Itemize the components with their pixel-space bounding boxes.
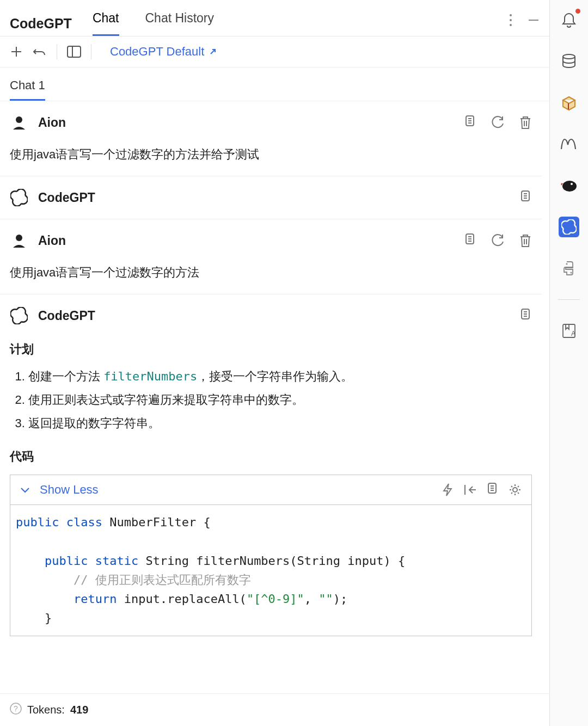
plan-list: 创建一个方法 filterNumbers，接受一个字符串作为输入。 使用正则表达… — [10, 367, 532, 432]
bird-icon[interactable] — [559, 175, 579, 196]
python-icon[interactable] — [559, 258, 579, 279]
message-text: 使用java语言写一个过滤数字的方法并给予测试 — [10, 145, 532, 164]
tab-chat[interactable]: Chat — [93, 11, 119, 36]
list-item: 返回提取的数字字符串。 — [28, 414, 532, 432]
delete-icon[interactable] — [519, 233, 532, 248]
insert-left-icon[interactable] — [463, 484, 476, 496]
copy-code-icon[interactable] — [486, 483, 499, 497]
svg-point-2 — [510, 24, 512, 26]
delete-icon[interactable] — [519, 115, 532, 130]
assistant-avatar-icon — [10, 306, 28, 325]
token-footer: ? Tokens: 419 — [0, 693, 549, 726]
copy-icon[interactable] — [463, 233, 476, 248]
assistant-message: CodeGPT 计划 创建一个方法 filterNumbers，接受一个字符串作… — [0, 294, 542, 648]
svg-point-36 — [566, 263, 568, 265]
code-toolbar: Show Less — [10, 475, 531, 505]
user-avatar-icon — [10, 231, 28, 250]
message-author: Aion — [38, 233, 454, 248]
help-icon[interactable]: ? — [10, 703, 22, 717]
svg-point-17 — [16, 235, 22, 241]
tab-chat-history[interactable]: Chat History — [145, 11, 215, 36]
user-avatar-icon — [10, 113, 28, 132]
svg-text:?: ? — [14, 704, 18, 713]
tokens-value: 419 — [70, 704, 88, 716]
chat-tabs: Chat 1 — [0, 67, 549, 101]
panel-icon[interactable] — [67, 46, 81, 58]
message-author: CodeGPT — [38, 309, 509, 323]
top-tabs: Chat Chat History — [93, 11, 509, 36]
svg-point-8 — [16, 116, 22, 123]
toolbar: CodeGPT Default — [0, 36, 549, 67]
list-item: 创建一个方法 filterNumbers，接受一个字符串作为输入。 — [28, 367, 532, 385]
svg-rect-6 — [68, 46, 81, 57]
new-chat-icon[interactable] — [10, 45, 23, 58]
more-icon[interactable] — [509, 14, 512, 27]
code-heading: 代码 — [10, 448, 532, 465]
show-less-toggle[interactable]: Show Less — [40, 483, 99, 497]
code-content: public class NumberFilter { public stati… — [10, 505, 531, 635]
box-icon[interactable] — [559, 93, 579, 113]
m-icon[interactable] — [559, 134, 579, 155]
model-selector[interactable]: CodeGPT Default — [110, 45, 217, 59]
svg-point-34 — [562, 181, 577, 192]
gear-icon[interactable] — [509, 483, 522, 496]
plan-heading: 计划 — [10, 341, 532, 358]
database-icon[interactable] — [559, 51, 579, 72]
main-panel: CodeGPT Chat Chat History CodeGPT Defaul — [0, 0, 550, 726]
code-block: Show Less public class NumberFil — [10, 475, 532, 636]
minimize-icon[interactable] — [528, 14, 540, 26]
assistant-avatar-icon — [10, 188, 28, 207]
message-text: 使用java语言写一个过滤数字的方法 — [10, 263, 532, 282]
message-author: Aion — [38, 115, 454, 130]
message-list: Aion 使用java语言写一个过滤数字的方法并给予测试 — [0, 101, 549, 693]
chat-tab-1[interactable]: Chat 1 — [10, 78, 45, 101]
notifications-icon[interactable] — [559, 10, 579, 30]
svg-point-33 — [563, 54, 575, 59]
svg-point-1 — [510, 19, 512, 21]
svg-point-0 — [510, 14, 512, 16]
bolt-icon[interactable] — [442, 483, 453, 496]
regenerate-icon[interactable] — [491, 233, 505, 248]
assistant-message: CodeGPT — [0, 176, 542, 219]
top-header: CodeGPT Chat Chat History — [0, 0, 549, 36]
list-item: 使用正则表达式或字符遍历来提取字符串中的数字。 — [28, 391, 532, 409]
tokens-label: Tokens: — [27, 704, 65, 716]
codegpt-tool-icon[interactable] — [559, 217, 579, 237]
svg-point-35 — [571, 183, 573, 185]
copy-icon[interactable] — [519, 190, 532, 205]
undo-icon[interactable] — [33, 45, 47, 58]
svg-point-37 — [571, 272, 572, 274]
external-link-icon — [209, 47, 217, 56]
user-message: Aion 使用java语言写一个过滤数字的方法并给予测试 — [0, 101, 542, 176]
chevron-down-icon[interactable] — [20, 486, 30, 494]
app-title: CodeGPT — [10, 16, 72, 32]
copy-icon[interactable] — [463, 115, 476, 130]
message-author: CodeGPT — [38, 190, 509, 205]
svg-point-30 — [513, 488, 517, 492]
right-sidebar: A — [550, 0, 588, 726]
bookmark-icon[interactable]: A — [559, 321, 579, 341]
regenerate-icon[interactable] — [491, 115, 505, 130]
copy-icon[interactable] — [519, 309, 532, 323]
svg-text:A: A — [571, 330, 575, 337]
user-message: Aion 使用java语言写一个过滤数字的方法 — [0, 219, 542, 294]
